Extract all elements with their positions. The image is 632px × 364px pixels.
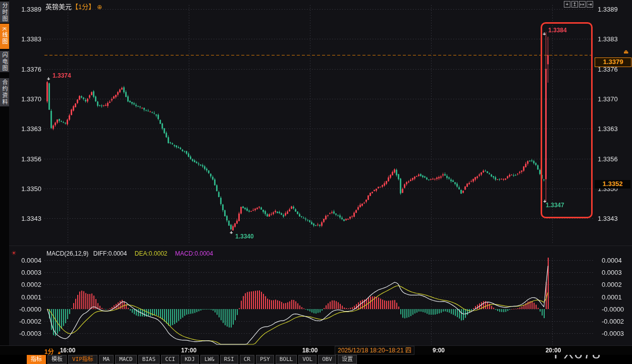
price-alert-icon: ⏏ [623,48,628,55]
spike-high-label: 1.3384 [548,27,567,34]
time-tick-label: 18:00 [302,347,318,354]
interval-tag: 【1分】 [72,3,95,11]
toolbar-button-LW&[interactable]: LW& [200,355,219,364]
toolbar-button-MA[interactable]: MA [99,355,114,364]
sidebar-tab-3[interactable]: 闪电图 [0,51,9,72]
current-price-box: 1.3379 [595,57,631,67]
toolbar-button-指标[interactable]: 指标 [27,355,46,364]
move-crosshair-icon[interactable]: + [564,1,570,8]
toolbar-button-RSI[interactable]: RSI [220,355,238,364]
crosshair-date-tooltip: 2025/12/18 18:20~18:21 四 [335,346,414,355]
toolbar-button-MACD[interactable]: MACD [115,355,137,364]
session-low-marker-icon: + [230,229,233,235]
sidebar-tab-2[interactable]: K线图 [0,24,9,49]
chart-type-sidebar: 分时图K线图闪电图合约资料 [0,0,9,345]
time-axis: 1分▲ 2025/12/18 18:20~18:21 四 16:0017:001… [0,345,632,355]
add-compare-icon[interactable]: ⊕ [97,4,102,11]
toolbar-button-BOLL[interactable]: BOLL [276,355,297,364]
price-axis-label: 1.3363 [598,125,618,133]
spike-low-label: 1.3347 [546,202,564,209]
sidebar-tab-4[interactable]: 合约资料 [0,78,9,106]
pan-right-icon[interactable]: ⇥ [587,1,593,8]
spike-highlight-box [541,22,593,218]
price-axis-label: 1.3383 [598,35,618,43]
toolbar-button-CCI[interactable]: CCI [161,355,179,364]
sidebar-tab-1[interactable]: 分时图 [0,2,9,23]
time-tick-label: 20:00 [546,347,561,354]
candlestick-chart-canvas[interactable] [0,0,632,364]
price-axis-label: 1.3356 [598,155,618,163]
toolbar-button-BIAS[interactable]: BIAS [138,355,160,364]
macd-axis-label: -0.0000 [602,306,624,313]
axis-scale-right-icon[interactable]: ↦ [579,1,586,8]
session-high-label: 1.3374 [52,72,71,79]
time-tick-label: 9:00 [433,347,445,354]
chart-title-bar: 英镑美元【1分】⊕ [45,2,102,11]
macd-axis-label: -0.0003 [602,330,624,337]
session-low-label: 1.3340 [235,233,254,240]
toolbar-button-设置[interactable]: 设置 [338,355,357,364]
price-axis-label: 1.3389 [598,6,618,13]
price-axis-label: 1.3343 [598,215,618,222]
macd-axis-label: 0.0003 [602,269,622,276]
macd-dea-value: DEA:0.0002 [135,250,168,257]
toolbar-button-KDJ[interactable]: KDJ [181,355,199,364]
time-tick-label: 16:00 [60,347,76,354]
toolbar-button-VIP指标[interactable]: VIP指标 [68,355,97,364]
macd-axis-label: 0.0002 [602,281,622,288]
session-high-marker-icon: + [47,76,50,82]
macd-axis-label: -0.0002 [602,318,624,325]
macd-axis-label: 0.0004 [602,257,622,264]
indicator-toolbar: 指标模板VIP指标MAMACDBIASCCIKDJLW&RSICRPSYBOLL… [27,355,357,364]
toolbar-button-CR[interactable]: CR [240,355,254,364]
toolbar-button-模板[interactable]: 模板 [47,355,67,364]
macd-axis-label: 0.0001 [602,293,622,301]
macd-name: MACD(26,12,9) [46,250,88,257]
price-axis-label: 1.3370 [598,95,618,103]
toolbar-button-PSY[interactable]: PSY [256,355,274,364]
interval-selector[interactable]: 1分▲ [44,347,62,355]
macd-macd-value: MACD:0.0004 [175,250,213,257]
chart-tool-icons: +↥↦⇥ [564,1,593,8]
toolbar-button-OBV[interactable]: OBV [318,355,336,364]
macd-header: MACD(26,12,9) DIFF:0.0004 DEA:0.0002 MAC… [46,250,213,257]
last-price-box: 1.3352 [595,180,630,189]
spike-high-marker-icon: + [543,31,546,37]
trading-app: 分时图K线图闪电图合约资料 英镑美元【1分】⊕ +↥↦⇥ 1.33891.338… [0,0,632,364]
spike-low-marker-icon: + [543,198,546,204]
time-tick-label: 17:00 [181,347,197,354]
toolbar-button-VOL[interactable]: VOL [298,355,317,364]
macd-diff-value: DIFF:0.0004 [93,250,127,257]
symbol-title: 英镑美元 [45,3,72,11]
indicator-settings-icon[interactable]: ☀ [11,250,17,257]
axis-scale-up-icon[interactable]: ↥ [571,1,578,8]
